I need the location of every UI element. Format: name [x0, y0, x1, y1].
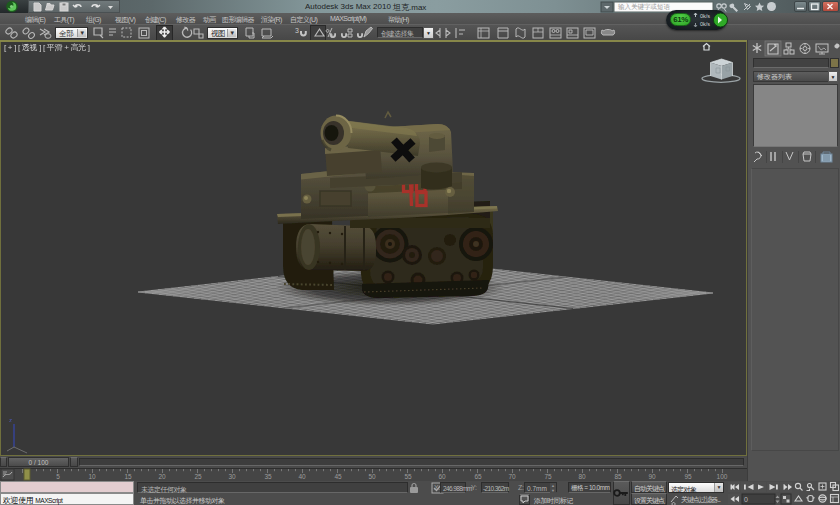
svg-text:0k/s: 0k/s — [700, 21, 710, 27]
svg-text:z: z — [9, 417, 12, 423]
svg-text:0: 0 — [744, 496, 748, 503]
svg-text:85: 85 — [614, 473, 622, 480]
svg-text:90: 90 — [648, 473, 656, 480]
svg-text:40: 40 — [298, 473, 306, 480]
svg-text:65: 65 — [474, 473, 482, 480]
svg-text:25: 25 — [194, 473, 202, 480]
svg-text:100: 100 — [717, 473, 728, 480]
svg-text:95: 95 — [684, 473, 692, 480]
svg-text:50: 50 — [368, 473, 376, 480]
svg-text:30: 30 — [228, 473, 236, 480]
svg-text:35: 35 — [264, 473, 272, 480]
svg-text:80: 80 — [578, 473, 586, 480]
svg-text:20: 20 — [158, 473, 166, 480]
svg-text:10: 10 — [88, 473, 96, 480]
svg-text:输入关键字或短语: 输入关键字或短语 — [618, 3, 671, 11]
svg-text:3: 3 — [295, 27, 299, 34]
svg-text:75: 75 — [544, 473, 552, 480]
svg-text:?: ? — [769, 3, 774, 12]
svg-text:70: 70 — [508, 473, 516, 480]
svg-text:45: 45 — [334, 473, 342, 480]
svg-text:5: 5 — [56, 473, 60, 480]
svg-text:0k/s: 0k/s — [700, 13, 710, 19]
svg-text:60: 60 — [438, 473, 446, 480]
svg-text:15: 15 — [124, 473, 132, 480]
svg-text:55: 55 — [404, 473, 412, 480]
svg-text:关键点过滤器...: 关键点过滤器... — [681, 495, 721, 504]
